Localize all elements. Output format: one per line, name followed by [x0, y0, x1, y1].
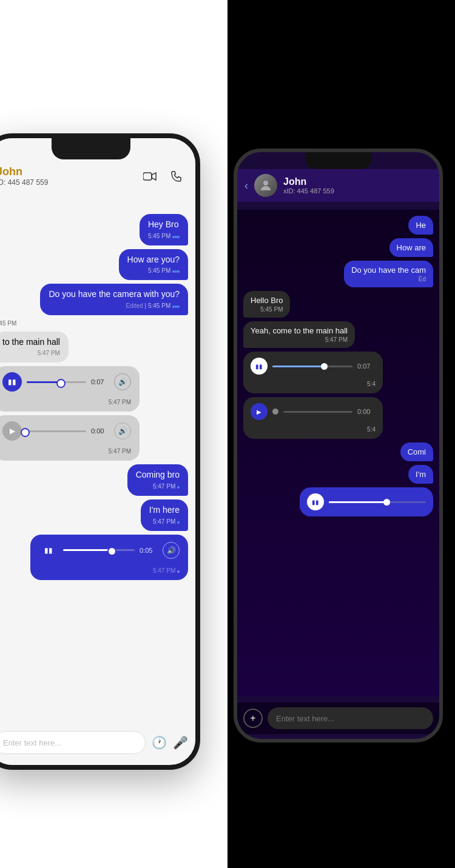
- right-avatar: [254, 174, 277, 197]
- speaker-icon-2[interactable]: 🔊: [114, 422, 131, 439]
- svg-rect-0: [143, 173, 152, 180]
- right-input-bar: + Enter text here...: [237, 703, 439, 734]
- voice-duration-1: 0:07: [91, 378, 109, 386]
- plus-button[interactable]: +: [243, 709, 263, 728]
- mic-icon[interactable]: 🎤: [173, 735, 188, 750]
- video-call-icon[interactable]: [141, 167, 159, 185]
- right-pause-btn-sent[interactable]: ▮▮: [307, 493, 324, 510]
- voice-msg-received-2[interactable]: ▶ 0:00 🔊 5:47 PM: [0, 415, 140, 461]
- right-contact-name: John: [283, 176, 334, 187]
- voice-bar-1: [27, 381, 86, 383]
- time-label-545: 5:45 PM: [0, 319, 16, 328]
- speaker-icon-1[interactable]: 🔊: [114, 373, 131, 390]
- right-voice-bar-2: [283, 411, 352, 413]
- pause-button-sent[interactable]: ▮▮: [39, 541, 58, 560]
- right-voice-dot-2: [272, 409, 278, 415]
- left-input-placeholder: Enter text here...: [3, 738, 61, 747]
- msg-main-hall: to the main hall 5:47 PM: [0, 332, 69, 363]
- msg-how-are-you: How are you? 5:45 PM: [119, 249, 188, 281]
- right-phone-frame: ‹ John xID: 445 487 559 He: [234, 149, 443, 743]
- right-contact-id: xID: 445 487 559: [283, 187, 334, 195]
- right-msg-imhere-partial: I'm: [408, 465, 433, 484]
- left-contact-id: ID: 445 487 559: [0, 178, 48, 187]
- left-notch: [52, 138, 130, 159]
- right-msg-howare-partial: How are: [389, 238, 433, 257]
- left-contact-info: John ID: 445 487 559: [0, 165, 48, 187]
- right-text-input[interactable]: Enter text here...: [268, 707, 433, 729]
- right-header: ‹ John xID: 445 487 559: [237, 169, 439, 202]
- back-button[interactable]: ‹: [244, 179, 248, 192]
- speaker-icon-sent[interactable]: 🔊: [163, 542, 180, 559]
- right-msg-hello-bro: Hello Bro 5:45 PM: [243, 291, 290, 318]
- voice-bar-sent: [63, 549, 135, 551]
- left-header-icons: [141, 167, 186, 185]
- pause-button-1[interactable]: ▮▮: [2, 372, 22, 392]
- right-msg-hey-partial: He: [408, 216, 433, 235]
- left-phone-container: John ID: 445 487 559: [0, 0, 228, 868]
- right-voice-bar-1: [272, 366, 352, 367]
- right-voice-bar-sent: [329, 501, 426, 503]
- right-pause-btn-1[interactable]: ▮▮: [251, 358, 268, 375]
- left-header: John ID: 445 487 559: [0, 159, 195, 193]
- right-msg-camera-partial: Do you have the cam Ed: [344, 261, 433, 287]
- msg-hey-bro: Hey Bro 5:45 PM: [140, 214, 188, 245]
- left-chat-area: Hey Bro 5:45 PM How are you? 5:45 PM Do …: [0, 208, 195, 719]
- right-voice-sent[interactable]: ▮▮: [300, 487, 433, 516]
- phone-call-icon[interactable]: [167, 167, 186, 185]
- left-text-input[interactable]: Enter text here...: [0, 731, 146, 754]
- right-phone-container: ‹ John xID: 445 487 559 He: [228, 0, 455, 868]
- right-chat-area: He How are Do you have the cam Ed Hello …: [237, 210, 439, 696]
- voice-bar-2: [27, 430, 86, 432]
- msg-camera: Do you have the camera with you? Edited …: [40, 284, 188, 315]
- right-msg-coming-partial: Comi: [400, 442, 433, 461]
- right-voice-received-2[interactable]: ▶ 0:00 5:4: [243, 397, 383, 439]
- msg-im-here: I'm here 5:47 PM: [141, 499, 188, 531]
- msg-coming-bro: Coming bro 5:47 PM: [127, 464, 188, 496]
- right-msg-main-hall: Yeah, come to the main hall 5:47 PM: [243, 321, 355, 348]
- right-play-btn-2[interactable]: ▶: [251, 403, 268, 420]
- svg-point-1: [263, 181, 268, 185]
- voice-msg-received-1[interactable]: ▮▮ 0:07 🔊 5:47 PM: [0, 366, 140, 412]
- right-voice-duration-2: 0:00: [357, 408, 376, 415]
- left-contact-name: John: [0, 165, 48, 178]
- right-contact-info: John xID: 445 487 559: [283, 176, 334, 195]
- right-voice-duration-1: 0:07: [357, 362, 376, 370]
- right-input-placeholder: Enter text here...: [276, 714, 334, 723]
- play-button-2[interactable]: ▶: [2, 421, 22, 441]
- left-input-bar: Enter text here... 🕐 🎤: [0, 726, 195, 759]
- clock-icon[interactable]: 🕐: [152, 735, 167, 750]
- voice-duration-2: 0:00: [91, 427, 109, 435]
- left-phone-frame: John ID: 445 487 559: [0, 133, 200, 770]
- voice-duration-sent: 0:05: [140, 547, 158, 554]
- right-notch: [305, 152, 372, 169]
- voice-msg-sent[interactable]: ▮▮ 0:05 🔊 5:47 PM: [30, 535, 188, 580]
- right-voice-received-1[interactable]: ▮▮ 0:07 5:4: [243, 352, 383, 393]
